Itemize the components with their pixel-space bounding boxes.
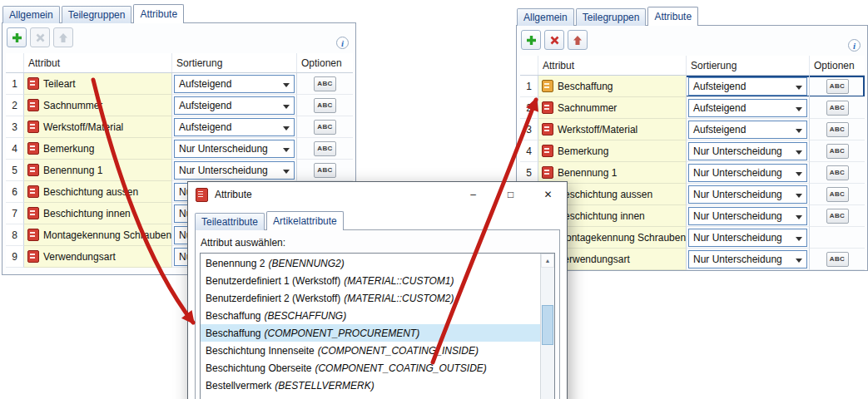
right-table: Attribut Sortierung Optionen 1Beschaffun… (520, 56, 865, 270)
table-row[interactable]: 1TeileartAufsteigendABC (6, 73, 353, 95)
sort-dropdown[interactable]: Aufsteigend (688, 121, 807, 139)
attribute-name: Beschichtung aussen (558, 189, 652, 200)
list-item[interactable]: Bestellvermerk(BESTELLVERMERK) (201, 377, 540, 394)
scrollbar-thumb[interactable] (542, 305, 553, 345)
list-item[interactable]: Beschichtung Oberseite(COMPONENT_COATING… (201, 359, 540, 377)
maximize-button[interactable]: □ (492, 182, 529, 207)
move-up-button[interactable] (53, 27, 73, 47)
list-item[interactable]: Beschaffung(BESCHAFFUNG) (201, 307, 540, 324)
sort-dropdown[interactable]: Nur Unterscheidung (688, 185, 807, 204)
row-number: 4 (6, 138, 24, 160)
list-item-selected[interactable]: Beschaffung(COMPONENT_PROCUREMENT) (201, 324, 540, 342)
sort-dropdown[interactable]: Nur Unterscheidung (688, 250, 807, 268)
list-item[interactable]: BEZ (Werkstoff)(MATERIAL::BEZ) (201, 394, 540, 399)
options-cell: ABC (810, 205, 865, 227)
abc-options-button[interactable]: ABC (826, 122, 849, 137)
abc-options-button[interactable]: ABC (314, 76, 336, 91)
tab-teileattribute[interactable]: Teileattribute (195, 213, 265, 230)
sort-dropdown[interactable]: Aufsteigend (174, 118, 295, 136)
sort-dropdown[interactable]: Nur Unterscheidung (688, 229, 807, 247)
sort-dropdown[interactable]: Nur Unterscheidung (688, 207, 807, 225)
chevron-down-icon (283, 83, 290, 87)
abc-options-button[interactable]: ABC (826, 209, 849, 224)
table-row[interactable]: 3Werkstoff/MaterialAufsteigendABC (6, 116, 353, 138)
tab-teilegruppen[interactable]: Teilegruppen (62, 6, 132, 23)
sort-dropdown[interactable]: Nur Unterscheidung (174, 161, 295, 180)
abc-options-button[interactable]: ABC (826, 165, 849, 180)
table-row[interactable]: 5Benennung 1Nur UnterscheidungABC (520, 162, 865, 184)
abc-options-button[interactable]: ABC (826, 79, 849, 94)
table-row[interactable]: 8Montagekennung SchraubenNur Unterscheid… (520, 227, 865, 249)
sort-cell: Aufsteigend (687, 97, 810, 119)
tab-teilegruppen[interactable]: Teilegruppen (576, 8, 647, 26)
right-panel-body: i Attribut Sortierung Optionen 1Beschaff… (516, 25, 868, 271)
list-item[interactable]: Benutzerdefiniert 2 (Werkstoff)(MATERIAL… (201, 289, 540, 307)
table-row-selected[interactable]: 1BeschaffungAufsteigendABC (520, 76, 865, 97)
close-button[interactable]: ✕ (529, 182, 567, 207)
tab-attribute[interactable]: Attribute (647, 7, 698, 26)
sort-dropdown[interactable]: Aufsteigend (174, 96, 295, 115)
list-item[interactable]: Benennung 2(BENENNUNG2) (201, 254, 540, 272)
sort-dropdown[interactable]: Aufsteigend (174, 75, 295, 93)
add-attribute-button[interactable] (521, 30, 541, 50)
item-code: (COMPONENT_COATING_INSIDE) (318, 345, 479, 357)
list-item[interactable]: Beschichtung Innenseite(COMPONENT_COATIN… (201, 342, 540, 359)
sort-cell: Nur Unterscheidung (172, 138, 297, 160)
table-row[interactable]: 5Benennung 1Nur UnterscheidungABC (6, 160, 353, 181)
left-tabbar: Allgemein Teilegruppen Attribute (2, 4, 186, 23)
item-name: Bestellvermerk (206, 380, 271, 392)
abc-options-button[interactable]: ABC (314, 163, 336, 178)
sort-dropdown[interactable]: Nur Unterscheidung (174, 140, 295, 158)
table-row[interactable]: 2SachnummerAufsteigendABC (6, 95, 353, 116)
item-code: (BENENNUNG2) (268, 258, 344, 269)
delete-attribute-button[interactable] (30, 27, 50, 47)
right-attributes-panel: Allgemein Teilegruppen Attribute i Attri… (516, 7, 868, 271)
sort-dropdown[interactable]: Aufsteigend (688, 99, 807, 117)
row-number: 6 (6, 181, 24, 203)
sort-cell: Nur Unterscheidung (687, 249, 810, 270)
sort-value: Aufsteigend (179, 100, 231, 111)
tab-allgemein[interactable]: Allgemein (2, 6, 60, 23)
sort-dropdown[interactable]: Nur Unterscheidung (688, 164, 807, 182)
tab-attribute[interactable]: Attribute (133, 4, 184, 23)
move-up-button[interactable] (568, 30, 588, 50)
abc-options-button[interactable]: ABC (314, 98, 336, 113)
table-row[interactable]: 4BemerkungNur UnterscheidungABC (520, 140, 865, 162)
delete-attribute-button[interactable] (544, 30, 564, 50)
minimize-button[interactable]: – (454, 182, 492, 207)
row-number: 4 (520, 140, 538, 162)
vertical-scrollbar[interactable]: ▲ (540, 254, 554, 399)
table-row[interactable]: 9VerwendungsartNur UnterscheidungABC (520, 249, 865, 270)
dialog-app-icon (196, 188, 208, 202)
add-attribute-button[interactable] (7, 27, 27, 47)
abc-options-button[interactable]: ABC (314, 141, 336, 156)
table-row[interactable]: 4BemerkungNur UnterscheidungABC (6, 138, 353, 160)
attribute-name: Verwendungsart (43, 251, 116, 263)
abc-options-button[interactable]: ABC (314, 120, 336, 135)
attribute-icon (542, 123, 553, 135)
scroll-up-button[interactable]: ▲ (541, 254, 554, 268)
table-row[interactable]: 2SachnummerAufsteigendABC (520, 97, 865, 119)
options-cell (810, 227, 865, 249)
table-row[interactable]: 6Beschichtung aussenNur UnterscheidungAB… (520, 184, 865, 205)
attribute-cell: Bemerkung (538, 140, 687, 162)
list-item[interactable]: Benutzerdefiniert 1 (Werkstoff)(MATERIAL… (201, 272, 540, 289)
abc-options-button[interactable]: ABC (826, 144, 849, 159)
abc-options-button[interactable]: ABC (826, 101, 849, 116)
abc-options-button[interactable]: ABC (826, 187, 849, 202)
info-icon[interactable]: i (848, 39, 861, 52)
table-row[interactable]: 3Werkstoff/MaterialAufsteigendABC (520, 119, 865, 140)
chevron-down-icon (796, 172, 802, 176)
abc-options-button[interactable]: ABC (826, 252, 849, 267)
tab-artikelattribute[interactable]: Artikelattribute (266, 211, 344, 230)
dialog-titlebar[interactable]: Attribute – □ ✕ (188, 182, 567, 207)
table-row[interactable]: 7Beschichtung innenNur UnterscheidungABC (520, 205, 865, 227)
tab-allgemein[interactable]: Allgemein (517, 8, 574, 26)
info-icon[interactable]: i (336, 37, 349, 49)
attribute-icon (542, 166, 553, 179)
row-number: 8 (6, 224, 24, 246)
item-name: Beschichtung Oberseite (206, 362, 311, 374)
sort-dropdown[interactable]: Nur Unterscheidung (688, 142, 807, 160)
attribute-cell: Sachnummer (538, 97, 687, 119)
sort-dropdown[interactable]: Aufsteigend (688, 77, 807, 96)
